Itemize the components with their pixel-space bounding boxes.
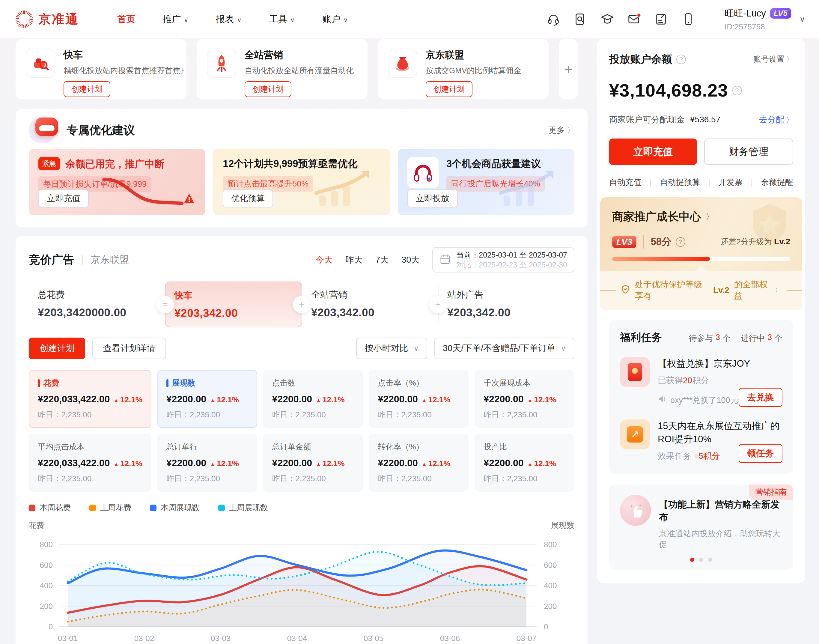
- nav-item-home[interactable]: 首页: [117, 13, 135, 26]
- range-yesterday[interactable]: 昨天: [345, 254, 363, 266]
- metric-card-roi[interactable]: 投产比 ¥2200.0012.1% 昨日：2,235.00: [475, 434, 574, 492]
- legend-item-lastweek-spend[interactable]: 上周花费: [89, 503, 131, 513]
- task-title: 【权益兑换】京东JOY: [658, 357, 782, 370]
- auto-recharge-link[interactable]: 自动充值: [609, 177, 641, 188]
- delta-up: 12.1%: [316, 395, 345, 405]
- range-7d[interactable]: 7天: [375, 254, 389, 266]
- bidding-ads-panel: 竞价广告 京东联盟 今天 昨天 7天 30天 当前：2025: [15, 236, 588, 644]
- optimization-suggestions-panel: 专属优化建议 更多 紧急 余额已用完，推广中断 每日预计损失订单/流量9,999…: [15, 109, 588, 227]
- invoice-link[interactable]: 开发票: [718, 177, 742, 188]
- metric-card-impressions[interactable]: 展现数 ¥2200.0012.1% 昨日：2,235.00: [158, 370, 257, 428]
- growth-center-link[interactable]: 商家推广成长中心: [612, 209, 790, 224]
- account-settings-link[interactable]: 账号设置: [753, 54, 793, 64]
- suggestion-card-products[interactable]: 3个机会商品获量建议 同行投广后曝光增长40% 立即投放: [398, 149, 574, 215]
- learning-cap-icon[interactable]: [600, 12, 614, 26]
- product-card-quanzhan[interactable]: 全站营销 自动化投放全站所有流量自动化 创建计划: [197, 39, 367, 99]
- metric-card-clicks[interactable]: 点击数 ¥2200.0012.1% 昨日：2,235.00: [263, 370, 363, 428]
- legend-swatch: [89, 504, 96, 511]
- date-range-picker[interactable]: 当前：2025-03-01 至 2025-03-07 对比：2025-02-23…: [432, 247, 574, 273]
- nav-item-promotion[interactable]: 推广: [163, 13, 188, 26]
- tab-quanzhan[interactable]: 全站营销 ¥203,342.00: [302, 282, 438, 327]
- headset-support-icon[interactable]: [547, 12, 560, 26]
- marketing-promo-card[interactable]: 营销指南 【功能上新】营销方略全新发布 京准通站内投放介绍，助您玩转大促: [609, 485, 793, 570]
- hour-compare-select[interactable]: 按小时对比: [356, 337, 427, 359]
- legend-item-week-impressions[interactable]: 本周展现数: [150, 503, 200, 513]
- claim-task-button[interactable]: 领任务: [739, 444, 782, 463]
- metric-card-ctr[interactable]: 点击率（%） ¥2200.0012.1% 昨日：2,235.00: [369, 370, 468, 428]
- equals-connector-icon: =: [156, 296, 174, 313]
- legend-item-week-spend[interactable]: 本周花费: [29, 503, 71, 513]
- score-value: 58分: [643, 235, 672, 248]
- task-item-roi: 15天内在京东展位互动推广的ROI提升10% 效果任务 +5积分 领任务: [620, 419, 782, 463]
- metric-card-spend[interactable]: 花费 ¥220,033,422.0012.1% 昨日：2,235.00: [29, 370, 152, 428]
- add-product-button[interactable]: +: [559, 39, 578, 99]
- metric-card-order-lines[interactable]: 总订单行 ¥2200.0012.1% 昨日：2,235.00: [158, 434, 257, 492]
- legend-item-lastweek-impressions[interactable]: 上周展现数: [218, 503, 268, 513]
- tasks-title: 福利任务: [620, 330, 662, 345]
- action-bar: 创建计划 查看计划详情 按小时对比 30天/下单/不含赠品/下单订单: [29, 337, 574, 359]
- money-pouch-icon: [388, 49, 417, 78]
- recharge-now-button[interactable]: 立即充值: [38, 190, 89, 207]
- help-icon[interactable]: ?: [676, 237, 685, 247]
- auto-budget-link[interactable]: 自动提预算: [660, 177, 700, 188]
- more-link[interactable]: 更多: [549, 125, 574, 135]
- trend-line-chart: 0020020040040060060080080003-0103-0203-0…: [29, 531, 574, 644]
- tab-zhanwai[interactable]: 站外广告 ¥203,342.00: [438, 282, 574, 327]
- balance-alert-link[interactable]: 余额提醒: [761, 177, 793, 188]
- plus-connector-icon: +: [293, 296, 310, 313]
- suggestion-card-budget[interactable]: 12个计划共9,999预算亟需优化 预计点击最高提升50% 优化预算: [213, 149, 390, 215]
- metric-card-order-amount[interactable]: 总订单金额 ¥2200.0012.1% 昨日：2,235.00: [263, 434, 363, 492]
- nav-item-account[interactable]: 账户: [322, 13, 348, 26]
- finance-management-button[interactable]: 财务管理: [704, 138, 793, 165]
- chart-task-icon: [620, 419, 650, 449]
- metric-card-cpc[interactable]: 平均点击成本 ¥220,033,422.0012.1% 昨日：2,235.00: [29, 434, 152, 492]
- logo[interactable]: 京准通: [15, 11, 79, 28]
- carousel-dot[interactable]: [708, 558, 712, 562]
- delta-up: 12.1%: [421, 459, 450, 468]
- metric-card-cvr[interactable]: 转化率（%） ¥2200.0012.1% 昨日：2,235.00: [369, 434, 468, 492]
- tab-kuaiche[interactable]: 快车 ¥203,342.00: [165, 282, 302, 327]
- help-icon[interactable]: ?: [732, 86, 742, 95]
- allocate-link[interactable]: 去分配: [759, 114, 793, 125]
- carousel-dot[interactable]: [699, 558, 703, 562]
- range-30d[interactable]: 30天: [401, 254, 420, 266]
- create-plan-button[interactable]: 创建计划: [245, 81, 291, 97]
- carousel-dot[interactable]: [690, 558, 694, 562]
- mail-icon[interactable]: [628, 12, 641, 26]
- nav-item-reports[interactable]: 报表: [216, 13, 241, 26]
- task-title: 15天内在京东展位互动推广的ROI提升10%: [658, 419, 782, 446]
- create-plan-button[interactable]: 创建计划: [29, 337, 85, 359]
- panel-title: 竞价广告: [29, 252, 74, 267]
- product-card-lianmeng[interactable]: 京东联盟 按成交GMV的比例结算佣金 创建计划: [378, 39, 549, 99]
- view-plan-details-button[interactable]: 查看计划详情: [92, 337, 166, 359]
- product-desc: 按成交GMV的比例结算佣金: [426, 65, 521, 76]
- nav-item-tools[interactable]: 工具: [269, 13, 295, 26]
- task-subtext: 已获得20积分: [658, 375, 782, 386]
- doc-search-icon[interactable]: [574, 12, 587, 26]
- metric-cards-row2: 平均点击成本 ¥220,033,422.0012.1% 昨日：2,235.00 …: [29, 434, 574, 492]
- create-plan-button[interactable]: 创建计划: [64, 81, 110, 97]
- optimize-budget-button[interactable]: 优化预算: [223, 190, 273, 207]
- protection-benefit-link[interactable]: 处于优待保护等级 享有 Lv.2 的全部权益 〉: [600, 271, 802, 310]
- tab-total-spend[interactable]: 总花费 ¥203,3420000.00: [29, 282, 165, 327]
- help-icon[interactable]: ?: [676, 55, 686, 64]
- create-plan-button[interactable]: 创建计划: [426, 81, 473, 97]
- calendar-icon: [439, 254, 451, 266]
- product-card-kuaiche[interactable]: 快车 精细化投放站内搜索首焦推荐首焦推 创建计划: [15, 39, 187, 99]
- cash-label: 商家账户可分配现金: [609, 114, 685, 125]
- suggestion-card-balance[interactable]: 紧急 余额已用完，推广中断 每日预计损失订单/流量9,999 立即充值: [29, 149, 205, 215]
- metric-card-cpm[interactable]: 千次展现成本 ¥2200.0012.1% 昨日：2,235.00: [475, 370, 574, 428]
- mobile-icon[interactable]: [681, 12, 695, 26]
- rising-arrow-decor-icon: [310, 166, 382, 209]
- delta-up: 12.1%: [113, 459, 142, 468]
- user-account[interactable]: 旺旺-Lucy LV5 ID:2575758 ∨: [711, 7, 805, 31]
- launch-now-button[interactable]: 立即投放: [407, 190, 458, 207]
- promo-tag: 营销指南: [749, 485, 793, 500]
- logo-burst-icon: [15, 11, 33, 28]
- range-today[interactable]: 今天: [315, 254, 333, 266]
- attribution-filter-select[interactable]: 30天/下单/不含赠品/下单订单: [435, 337, 574, 359]
- go-redeem-button[interactable]: 去兑换: [739, 388, 782, 407]
- recharge-button[interactable]: 立即充值: [609, 138, 697, 165]
- chevron-down-icon: ∨: [799, 15, 805, 24]
- task-note-icon[interactable]: [654, 12, 668, 26]
